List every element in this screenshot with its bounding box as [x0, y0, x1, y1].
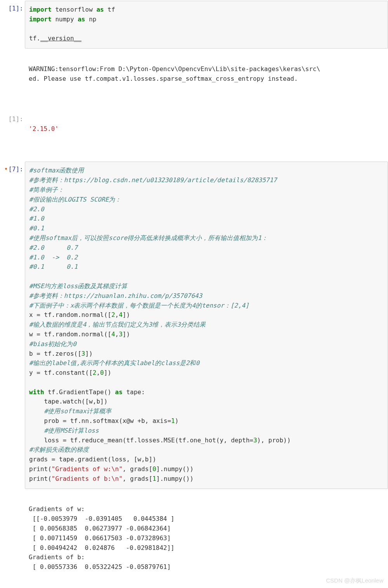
- code-cell-1: [1]: import tensorflow as tf import nump…: [0, 0, 388, 51]
- kw-as: as: [78, 16, 85, 23]
- cmt-13: #参考资料：https://zhuanlan.zhihu.com/p/35707…: [29, 292, 202, 299]
- loss-line-e: ), prob)): [257, 437, 291, 444]
- cell-7-prompt: •[7]:: [0, 161, 25, 174]
- out7-l4: [ 0.00711459 0.06617503 -0.07328963]: [29, 534, 171, 542]
- cmt-18: #使用softmax计算概率: [29, 407, 111, 415]
- out7-l7: [ 0.00557336 0.05322425 -0.05879761]: [29, 563, 171, 571]
- print1-str: "Gradients of w:\n": [52, 465, 123, 473]
- cell-7-code[interactable]: #softmax函数使用 #参考资料：https://blog.csdn.net…: [25, 162, 388, 489]
- modified-dot-icon: •: [4, 165, 8, 173]
- cmt-12: #MSE均方差loss函数及其梯度计算: [29, 282, 127, 290]
- out7-l3: [ 0.00568385 0.06273977 -0.06842364]: [29, 525, 171, 532]
- cmt-08: #使用softmax后，可以按照score得分高低来转换成概率大小，所有输出值相…: [29, 234, 268, 242]
- cmt-16: #bias初始化为0: [29, 340, 76, 348]
- num-1b: 1: [152, 475, 156, 482]
- watch-line: tape.watch([w,b]): [29, 398, 107, 405]
- kw-as2: as: [115, 388, 123, 396]
- cell-7-prompt-text: [7]:: [8, 165, 23, 173]
- with-expr: tf.GradientTape(): [44, 388, 115, 396]
- output-cell-7: Gradients of w: [[-0.0053979 -0.0391405 …: [0, 491, 388, 588]
- num-4a: 4: [119, 311, 123, 318]
- num-1a: 1: [171, 417, 175, 424]
- cell-1-stdout: WARNING:tensorflow:From D:\Pyton-Opencv\…: [0, 51, 388, 105]
- stmt-y-end: ]): [104, 369, 111, 376]
- num-2b: 2: [93, 369, 97, 376]
- num-2a: 2: [111, 311, 115, 318]
- out7-text: Gradients of w: [[-0.0053979 -0.0391405 …: [25, 491, 388, 588]
- cmt-15: #输入数据的维度是4，输出节点我们定义为3维，表示3分类结果: [29, 321, 206, 328]
- cmt-11: #0.1 0.1: [29, 263, 78, 270]
- print1-b: , grads[: [123, 465, 152, 473]
- num-0a: 0: [100, 369, 104, 376]
- cmt-07: #0.1: [29, 224, 44, 232]
- mod-tensorflow: tensorflow: [52, 6, 97, 13]
- print2-b: , grads[: [123, 475, 152, 482]
- cell-1-prompt: [1]:: [0, 0, 25, 14]
- stmt-b-end: ]): [85, 350, 93, 357]
- cmt-02: #参考资料：https://blog.csdn.net/u013230189/a…: [29, 176, 277, 184]
- cmt-14: #下面例子中：x表示两个样本数据，每个数据是一个长度为4的tensor：[2,4…: [29, 302, 249, 309]
- expr-tf: tf.: [29, 35, 40, 42]
- cmt-05: #2.0: [29, 205, 44, 213]
- out7-l2: [[-0.0053979 -0.0391405 0.0445384 ]: [29, 515, 175, 522]
- kw-import: import: [29, 6, 52, 13]
- out1-text: '2.15.0': [25, 111, 388, 155]
- grads-line: grads = tape.gradient(loss, [w,b]): [29, 456, 156, 463]
- comma3: ,: [96, 369, 100, 376]
- print2-c: ].numpy()): [156, 475, 194, 482]
- empty-prompt: [0, 51, 25, 55]
- comma1: ,: [115, 311, 119, 318]
- comma2: ,: [115, 331, 119, 338]
- out7-l6: Gradients of b:: [29, 553, 85, 561]
- print1-c: ].numpy()): [156, 465, 194, 473]
- cmt-20: #求解损失函数的梯度: [29, 446, 89, 453]
- out7-l1: Gradients of w:: [29, 505, 85, 513]
- print2-str: "Gradients of b:\n": [52, 475, 123, 482]
- softmax-line-e: ): [175, 417, 179, 424]
- alias-tf: tf: [104, 6, 115, 13]
- cmt-09: #2.0 0.7: [29, 244, 78, 251]
- stmt-w: w = tf.random.normal([: [29, 331, 111, 338]
- kw-as: as: [96, 6, 104, 13]
- softmax-line-a: prob = tf.nn.softmax(x@w +b, axis=: [29, 417, 171, 424]
- num-0b: 0: [152, 465, 156, 473]
- stmt-w-end: ]): [123, 331, 130, 338]
- num-4b: 4: [111, 331, 115, 338]
- cmt-04: #假设输出的LOGITS SCORE为：: [29, 196, 121, 203]
- stmt-y: y = tf.constant([: [29, 369, 93, 376]
- alias-np: np: [85, 16, 97, 23]
- cmt-06: #1.0: [29, 215, 44, 222]
- out7-prompt: [0, 491, 25, 495]
- cmt-01: #softmax函数使用: [29, 167, 84, 174]
- cell-1-code[interactable]: import tensorflow as tf import numpy as …: [25, 1, 388, 49]
- num-3c: 3: [253, 437, 257, 444]
- cmt-19: #使用MSE计算loss: [29, 427, 99, 434]
- warn-line2: ed. Please use tf.compat.v1.losses.spars…: [29, 75, 298, 82]
- code-cell-7: •[7]: #softmax函数使用 #参考资料：https://blog.cs…: [0, 161, 388, 491]
- print2-a: print(: [29, 475, 52, 482]
- cmt-17: #输出的label值,表示两个样本的真实label的class是2和0: [29, 359, 199, 367]
- cmt-10: #1.0 -> 0.2: [29, 254, 78, 261]
- num-3a: 3: [119, 331, 123, 338]
- version-string: '2.15.0': [29, 125, 59, 132]
- stmt-x: x = tf.random.normal([: [29, 311, 111, 318]
- kw-with: with: [29, 388, 44, 396]
- warn-line1: WARNING:tensorflow:From D:\Pyton-Opencv\…: [29, 65, 320, 73]
- warning-text: WARNING:tensorflow:From D:\Pyton-Opencv\…: [25, 51, 388, 105]
- output-cell-1: [1]: '2.15.0': [0, 111, 388, 155]
- num-3b: 3: [81, 350, 85, 357]
- print1-a: print(: [29, 465, 52, 473]
- mod-numpy: numpy: [52, 16, 78, 23]
- stmt-b: b = tf.zeros([: [29, 350, 81, 357]
- out1-prompt: [1]:: [0, 111, 25, 124]
- as-var: tape:: [123, 388, 145, 396]
- cmt-03: #简单例子：: [29, 186, 64, 193]
- kw-import: import: [29, 16, 52, 23]
- loss-line-a: loss = tf.reduce_mean(tf.losses.MSE(tf.o…: [29, 437, 253, 444]
- stmt-x-end: ]): [123, 311, 130, 318]
- out7-l5: [ 0.00494242 0.024876 -0.02981842]]: [29, 544, 175, 551]
- dunder-version: __version__: [40, 35, 81, 42]
